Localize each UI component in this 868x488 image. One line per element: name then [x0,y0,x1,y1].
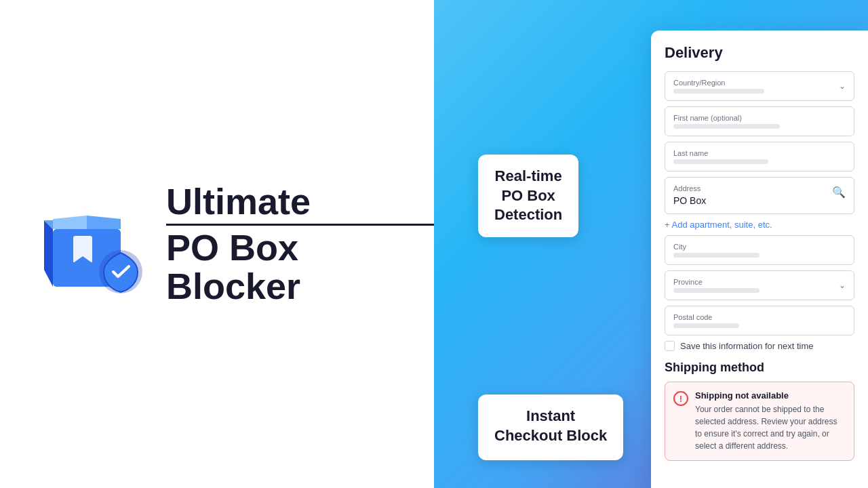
logo-area: Ultimate PO Box Blocker [41,182,434,305]
country-field[interactable]: Country/Region ⌄ [665,71,854,101]
realtime-title: Real-time PO Box Detection [494,167,562,225]
save-info-row[interactable]: Save this information for next time [665,341,854,351]
postal-label: Postal code [673,313,846,321]
error-title: Shipping not available [695,390,846,401]
firstname-bar [673,124,780,129]
save-label: Save this information for next time [680,341,814,351]
address-label: Address [673,184,832,192]
address-field[interactable]: Address PO Box 🔍 [665,177,854,214]
error-icon: ! [673,391,688,406]
province-bar [673,288,760,293]
city-bar [673,253,760,258]
logo-title: Ultimate [166,182,434,221]
province-chevron-icon: ⌄ [839,281,846,290]
logo-subtitle: PO Box Blocker [166,224,434,305]
error-description: Your order cannot be shipped to the sele… [695,403,846,452]
svg-marker-4 [53,216,87,229]
address-content: Address PO Box [673,184,832,207]
svg-marker-5 [87,216,121,229]
instant-title: Instant Checkout Block [494,407,607,445]
city-field[interactable]: City [665,235,854,265]
firstname-field[interactable]: First name (optional) [665,106,854,136]
search-icon: 🔍 [832,186,846,199]
lastname-field[interactable]: Last name [665,142,854,171]
city-label: City [673,243,846,251]
firstname-label: First name (optional) [673,114,846,122]
country-bar [673,89,764,94]
province-field[interactable]: Province ⌄ [665,270,854,300]
lastname-label: Last name [673,149,846,157]
left-panel: Ultimate PO Box Blocker [0,0,434,488]
instant-label: Instant Checkout Block [478,394,623,460]
address-value: PO Box [673,195,706,206]
lastname-bar [673,159,768,164]
add-apartment-link[interactable]: + Add apartment, suite, etc. [665,220,854,230]
svg-marker-2 [44,220,53,287]
logo-text: Ultimate PO Box Blocker [166,182,434,305]
checkout-panel: Delivery Country/Region ⌄ First name (op… [651,30,868,488]
country-chevron-icon: ⌄ [839,81,846,91]
shipping-error-box: ! Shipping not available Your order cann… [665,382,854,461]
postal-bar [673,323,739,328]
logo-icon [41,192,146,297]
checkout-title: Delivery [665,44,854,62]
right-panel: Real-time PO Box Detection Instant Check… [434,0,868,488]
shipping-method-title: Shipping method [665,361,854,375]
province-label: Province [673,278,839,286]
postal-field[interactable]: Postal code [665,306,854,336]
error-text-block: Shipping not available Your order cannot… [695,390,846,452]
realtime-label: Real-time PO Box Detection [478,155,578,237]
country-label: Country/Region [673,79,839,87]
save-checkbox[interactable] [665,341,675,351]
